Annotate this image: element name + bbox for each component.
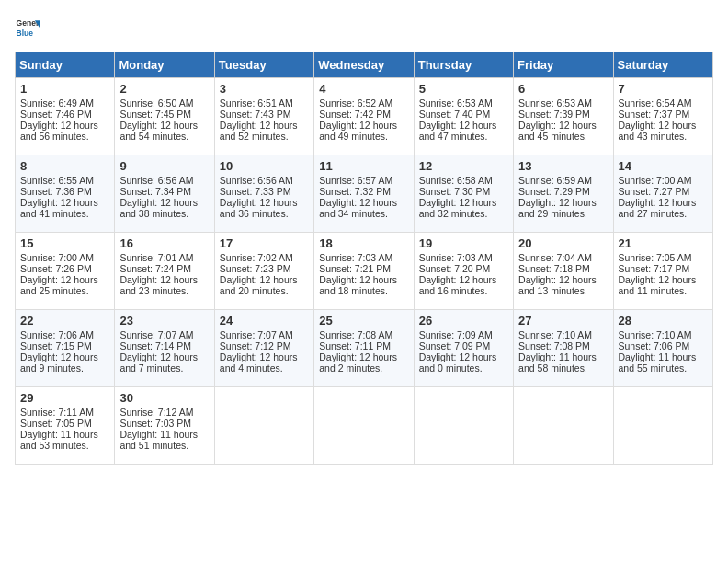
day-number: 24 — [220, 314, 309, 327]
sunrise-text: Sunrise: 7:03 AM — [419, 252, 493, 263]
sunset-text: Sunset: 7:43 PM — [220, 109, 291, 120]
calendar-header-row: SundayMondayTuesdayWednesdayThursdayFrid… — [16, 52, 713, 78]
sunrise-text: Sunrise: 6:54 AM — [619, 98, 692, 109]
daylight-text: Daylight: 12 hours and 32 minutes. — [419, 197, 497, 219]
sunrise-text: Sunrise: 6:50 AM — [119, 98, 193, 109]
daylight-text: Daylight: 12 hours and 43 minutes. — [619, 120, 697, 142]
calendar-table: SundayMondayTuesdayWednesdayThursdayFrid… — [15, 52, 713, 465]
sunset-text: Sunset: 7:26 PM — [20, 263, 92, 274]
calendar-day-header: Tuesday — [214, 52, 313, 78]
calendar-day-cell — [613, 387, 712, 465]
calendar-day-header: Sunday — [16, 52, 115, 78]
daylight-text: Daylight: 12 hours and 29 minutes. — [518, 197, 597, 219]
sunset-text: Sunset: 7:39 PM — [518, 109, 590, 120]
logo: General Blue — [15, 15, 40, 40]
calendar-day-cell: 11Sunrise: 6:57 AMSunset: 7:32 PMDayligh… — [314, 155, 414, 233]
calendar-day-cell: 8Sunrise: 6:55 AMSunset: 7:36 PMDaylight… — [16, 155, 115, 233]
daylight-text: Daylight: 12 hours and 23 minutes. — [119, 274, 198, 296]
sunset-text: Sunset: 7:30 PM — [419, 186, 491, 197]
calendar-week-row: 8Sunrise: 6:55 AMSunset: 7:36 PMDaylight… — [16, 155, 713, 233]
sunset-text: Sunset: 7:08 PM — [518, 340, 590, 351]
calendar-day-cell: 22Sunrise: 7:06 AMSunset: 7:15 PMDayligh… — [16, 310, 115, 387]
daylight-text: Daylight: 11 hours and 55 minutes. — [619, 351, 697, 373]
day-number: 16 — [119, 236, 209, 250]
calendar-week-row: 22Sunrise: 7:06 AMSunset: 7:15 PMDayligh… — [16, 310, 713, 387]
day-number: 15 — [20, 236, 109, 250]
day-number: 12 — [419, 159, 508, 173]
day-number: 11 — [319, 159, 408, 173]
calendar-day-cell: 30Sunrise: 7:12 AMSunset: 7:03 PMDayligh… — [115, 387, 214, 465]
calendar-day-cell: 19Sunrise: 7:03 AMSunset: 7:20 PMDayligh… — [414, 233, 513, 310]
sunrise-text: Sunrise: 7:12 AM — [119, 407, 193, 418]
calendar-day-cell: 23Sunrise: 7:07 AMSunset: 7:14 PMDayligh… — [115, 310, 214, 387]
daylight-text: Daylight: 12 hours and 25 minutes. — [20, 274, 98, 296]
sunrise-text: Sunrise: 7:10 AM — [518, 329, 592, 340]
sunrise-text: Sunrise: 7:07 AM — [119, 329, 193, 340]
calendar-day-header: Saturday — [613, 52, 712, 78]
day-number: 23 — [119, 314, 209, 327]
sunrise-text: Sunrise: 7:09 AM — [419, 329, 493, 340]
calendar-day-cell: 14Sunrise: 7:00 AMSunset: 7:27 PMDayligh… — [613, 155, 712, 233]
page-header: General Blue — [15, 15, 713, 40]
calendar-day-cell: 9Sunrise: 6:56 AMSunset: 7:34 PMDaylight… — [115, 155, 214, 233]
sunset-text: Sunset: 7:15 PM — [20, 340, 92, 351]
day-number: 2 — [119, 82, 209, 96]
sunrise-text: Sunrise: 6:57 AM — [319, 175, 392, 186]
day-number: 30 — [119, 391, 209, 405]
calendar-day-header: Monday — [115, 52, 214, 78]
sunrise-text: Sunrise: 7:00 AM — [619, 175, 692, 186]
calendar-day-cell: 21Sunrise: 7:05 AMSunset: 7:17 PMDayligh… — [613, 233, 712, 310]
calendar-day-cell: 4Sunrise: 6:52 AMSunset: 7:42 PMDaylight… — [314, 78, 414, 155]
sunset-text: Sunset: 7:09 PM — [419, 340, 491, 351]
sunset-text: Sunset: 7:29 PM — [518, 186, 590, 197]
calendar-body: 1Sunrise: 6:49 AMSunset: 7:46 PMDaylight… — [16, 78, 713, 465]
calendar-day-cell — [314, 387, 414, 465]
sunrise-text: Sunrise: 7:07 AM — [220, 329, 293, 340]
day-number: 3 — [220, 82, 309, 96]
daylight-text: Daylight: 12 hours and 38 minutes. — [119, 197, 198, 219]
calendar-day-cell: 17Sunrise: 7:02 AMSunset: 7:23 PMDayligh… — [214, 233, 313, 310]
daylight-text: Daylight: 11 hours and 58 minutes. — [518, 351, 597, 373]
calendar-day-cell: 18Sunrise: 7:03 AMSunset: 7:21 PMDayligh… — [314, 233, 414, 310]
sunset-text: Sunset: 7:18 PM — [518, 263, 590, 274]
sunset-text: Sunset: 7:27 PM — [619, 186, 690, 197]
day-number: 6 — [518, 82, 608, 96]
daylight-text: Daylight: 12 hours and 16 minutes. — [419, 274, 497, 296]
sunrise-text: Sunrise: 7:06 AM — [20, 329, 94, 340]
day-number: 22 — [20, 314, 109, 327]
calendar-day-cell: 6Sunrise: 6:53 AMSunset: 7:39 PMDaylight… — [514, 78, 613, 155]
day-number: 9 — [119, 159, 209, 173]
day-number: 29 — [20, 391, 109, 405]
daylight-text: Daylight: 12 hours and 27 minutes. — [619, 197, 697, 219]
sunset-text: Sunset: 7:32 PM — [319, 186, 391, 197]
sunset-text: Sunset: 7:23 PM — [220, 263, 291, 274]
daylight-text: Daylight: 12 hours and 13 minutes. — [518, 274, 597, 296]
day-number: 4 — [319, 82, 408, 96]
daylight-text: Daylight: 12 hours and 9 minutes. — [20, 351, 98, 373]
calendar-day-cell: 25Sunrise: 7:08 AMSunset: 7:11 PMDayligh… — [314, 310, 414, 387]
sunrise-text: Sunrise: 6:51 AM — [220, 98, 293, 109]
day-number: 5 — [419, 82, 508, 96]
sunrise-text: Sunrise: 6:52 AM — [319, 98, 392, 109]
sunset-text: Sunset: 7:14 PM — [119, 340, 191, 351]
sunrise-text: Sunrise: 7:11 AM — [20, 407, 94, 418]
sunrise-text: Sunrise: 6:56 AM — [119, 175, 193, 186]
day-number: 17 — [220, 236, 309, 250]
daylight-text: Daylight: 12 hours and 20 minutes. — [220, 274, 298, 296]
day-number: 25 — [319, 314, 408, 327]
sunrise-text: Sunrise: 6:56 AM — [220, 175, 293, 186]
daylight-text: Daylight: 12 hours and 52 minutes. — [220, 120, 298, 142]
sunrise-text: Sunrise: 6:58 AM — [419, 175, 493, 186]
calendar-day-cell: 28Sunrise: 7:10 AMSunset: 7:06 PMDayligh… — [613, 310, 712, 387]
sunset-text: Sunset: 7:37 PM — [619, 109, 690, 120]
day-number: 28 — [619, 314, 708, 327]
calendar-day-cell: 7Sunrise: 6:54 AMSunset: 7:37 PMDaylight… — [613, 78, 712, 155]
sunset-text: Sunset: 7:20 PM — [419, 263, 491, 274]
calendar-day-cell: 29Sunrise: 7:11 AMSunset: 7:05 PMDayligh… — [16, 387, 115, 465]
daylight-text: Daylight: 12 hours and 36 minutes. — [220, 197, 298, 219]
day-number: 14 — [619, 159, 708, 173]
daylight-text: Daylight: 12 hours and 0 minutes. — [419, 351, 497, 373]
sunset-text: Sunset: 7:36 PM — [20, 186, 92, 197]
calendar-day-cell: 15Sunrise: 7:00 AMSunset: 7:26 PMDayligh… — [16, 233, 115, 310]
sunset-text: Sunset: 7:40 PM — [419, 109, 491, 120]
